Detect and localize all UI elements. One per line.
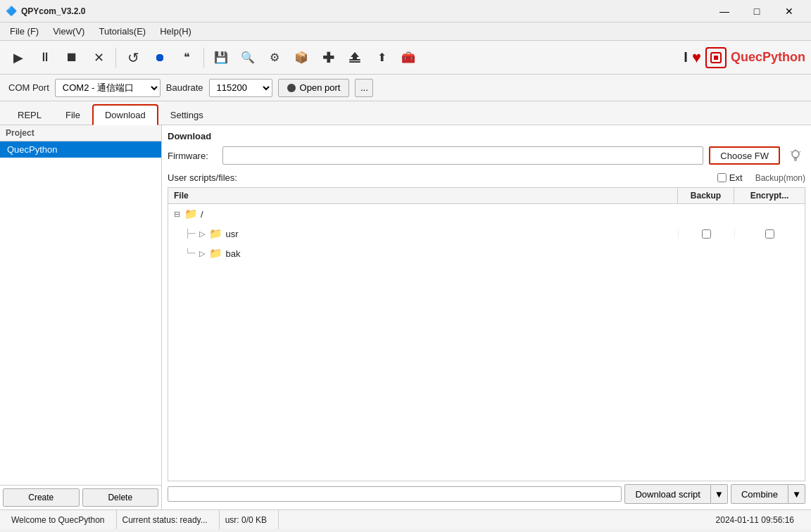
status-datetime: 2024-01-11 09:56:16: [710, 510, 805, 529]
package-button[interactable]: 📦: [289, 45, 314, 70]
folder-icon-usr: 📁: [209, 227, 222, 240]
delete-button[interactable]: Delete: [82, 488, 159, 507]
logo-i: I: [684, 49, 688, 65]
tree-cell-bak: └─ ▷ 📁 bak: [168, 246, 678, 261]
tab-settings[interactable]: Settings: [158, 105, 215, 125]
expand-btn-root[interactable]: ⊟: [174, 210, 180, 219]
firmware-label: Firmware:: [168, 151, 217, 161]
combine-arrow-button[interactable]: ▼: [788, 484, 805, 504]
usr-backup-checkbox[interactable]: [702, 229, 711, 239]
tree-cell-usr: ├─ ▷ 📁 usr: [168, 226, 678, 241]
quec-icon: [709, 51, 723, 65]
file-table-body: ⊟ 📁 / ├─ ▷ 📁 usr: [168, 204, 805, 263]
expand-btn-bak[interactable]: ▷: [199, 249, 205, 258]
tree-cell-root: ⊟ 📁 /: [168, 206, 678, 222]
record-button[interactable]: ⏺: [147, 45, 172, 70]
ext-checkbox[interactable]: [717, 173, 727, 182]
window-controls: — □ ✕: [708, 0, 805, 23]
create-button[interactable]: Create: [3, 488, 80, 507]
open-port-button[interactable]: Open port: [278, 79, 350, 97]
export-button[interactable]: [342, 45, 367, 70]
file-table: File Backup Encrypt... ⊟ 📁 /: [168, 187, 805, 481]
maximize-button[interactable]: □: [741, 0, 773, 23]
user-scripts-row: User scripts/files: Ext Backup(mon): [168, 172, 805, 183]
tree-label-bak: bak: [225, 248, 240, 259]
ext-checkbox-label[interactable]: Ext: [717, 172, 743, 183]
upload-button[interactable]: ⬆: [369, 45, 394, 70]
search-button[interactable]: 🔍: [235, 45, 260, 70]
usr-encrypt-checkbox[interactable]: [765, 229, 774, 239]
download-script-arrow-icon: ▼: [715, 489, 724, 500]
file-table-header: File Backup Encrypt...: [168, 188, 805, 204]
menu-help[interactable]: Help(H): [153, 25, 199, 38]
tree-cell-usr-backup[interactable]: [678, 229, 734, 239]
bottom-input[interactable]: [168, 486, 622, 502]
menu-tutorials[interactable]: Tutorials(E): [92, 25, 153, 38]
table-row: ⊟ 📁 /: [168, 204, 805, 224]
project-item-quecpython[interactable]: QuecPython: [0, 141, 161, 158]
download-script-btn-group: Download script ▼: [624, 484, 728, 504]
current-status-text: Current status: ready...: [122, 515, 208, 525]
toolbar: ▶ ⏸ ⏹ ✕ ↺ ⏺ ❝ 💾 🔍 ⚙ 📦 ✚ ⬆ 🧰 I ♥ QuecPyth…: [0, 41, 811, 75]
port-options-button[interactable]: ...: [355, 79, 373, 97]
tab-download[interactable]: Download: [92, 104, 158, 125]
quec-icon-box: [705, 47, 727, 68]
tree-connector-usr: ├─: [185, 229, 195, 239]
welcome-text: Welcome to QuecPython: [11, 515, 105, 525]
baudrate-select[interactable]: 115200: [209, 79, 272, 97]
download-script-button[interactable]: Download script: [624, 484, 711, 504]
tab-repl[interactable]: REPL: [6, 105, 54, 125]
project-panel-header: Project: [0, 125, 161, 141]
download-section-title: Download: [168, 131, 805, 141]
folder-icon-root: 📁: [184, 208, 198, 220]
open-port-label: Open port: [300, 82, 341, 93]
quote-button[interactable]: ❝: [174, 45, 199, 70]
expand-btn-usr[interactable]: ▷: [199, 229, 205, 239]
datetime-text: 2024-01-11 09:56:16: [716, 515, 794, 525]
add-button[interactable]: ✚: [315, 45, 341, 70]
project-list: QuecPython: [0, 141, 161, 485]
refresh-button[interactable]: ↺: [120, 45, 146, 70]
menu-bar: File (F) View(V) Tutorials(E) Help(H): [0, 23, 811, 41]
settings-button[interactable]: ⚙: [262, 45, 287, 70]
combine-btn-group: Combine ▼: [731, 484, 805, 504]
firmware-input[interactable]: [222, 146, 703, 165]
bottom-action-bar: Download script ▼ Combine ▼: [168, 481, 805, 504]
port-status-dot: [287, 84, 296, 92]
bulb-button[interactable]: [786, 146, 805, 165]
download-script-arrow-button[interactable]: ▼: [711, 484, 728, 504]
tool-button[interactable]: 🧰: [396, 45, 421, 70]
status-bar: Welcome to QuecPython Current status: re…: [0, 509, 811, 529]
minimize-button[interactable]: —: [708, 0, 741, 23]
table-row: ├─ ▷ 📁 usr: [168, 224, 805, 243]
close-button[interactable]: ✕: [773, 0, 805, 23]
app-icon: 🔷: [6, 6, 17, 17]
stop-button[interactable]: ⏹: [59, 45, 84, 70]
pause-button[interactable]: ⏸: [32, 45, 58, 70]
com-port-select[interactable]: COM2 - 通信端口: [55, 79, 161, 97]
backup-mon-label: Backup(mon): [755, 173, 805, 183]
ext-label: Ext: [729, 172, 743, 183]
com-port-label: COM Port: [8, 82, 49, 93]
bulb-icon: [788, 148, 803, 163]
choose-fw-button[interactable]: Choose FW: [709, 146, 780, 165]
play-button[interactable]: ▶: [6, 45, 31, 70]
tab-bar: REPL File Download Settings: [0, 101, 811, 125]
menu-file[interactable]: File (F): [3, 25, 46, 38]
svg-rect-1: [349, 61, 360, 63]
status-welcome: Welcome to QuecPython: [6, 510, 117, 529]
close-serial-button[interactable]: ✕: [86, 45, 111, 70]
user-scripts-label: User scripts/files:: [168, 172, 237, 183]
svg-rect-4: [714, 56, 718, 60]
memory-text: usr: 0/0 KB: [225, 515, 267, 525]
tab-file[interactable]: File: [54, 105, 92, 125]
tree-connector-bak: └─: [185, 248, 195, 258]
combine-button[interactable]: Combine: [731, 484, 788, 504]
left-panel: Project QuecPython Create Delete: [0, 125, 162, 509]
svg-marker-2: [351, 52, 359, 59]
save-button[interactable]: 💾: [208, 45, 234, 70]
tree-cell-usr-encrypt[interactable]: [734, 229, 805, 239]
com-port-bar: COM Port COM2 - 通信端口 Baudrate 115200 Ope…: [0, 75, 811, 101]
menu-view[interactable]: View(V): [46, 25, 92, 38]
svg-rect-0: [349, 59, 360, 61]
